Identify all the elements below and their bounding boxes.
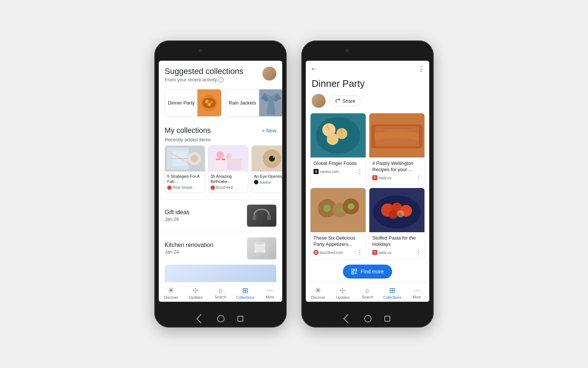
svg-point-56 [323,205,331,212]
share-button[interactable]: Share [329,95,361,106]
nav-updates-2[interactable]: ⊹ Updates [330,284,355,301]
find-more-container: Find more [306,259,429,282]
grid-card-3[interactable]: Stuffed Pasta for the Holidays T tasty.c… [369,188,425,259]
screen1-title-block: Suggested collections From your recent a… [165,67,243,82]
grid-more-0[interactable]: ⋮ [357,168,363,175]
grid-more-1[interactable]: ⋮ [416,174,422,181]
grid-source-name-2: buzzfeed.com [320,251,355,255]
grid-source-icon-3: T [372,250,377,255]
partial-item [165,265,276,282]
svg-rect-67 [355,269,357,271]
recent-source-0: Real Simple [167,185,202,190]
dinner-avatar[interactable] [312,94,326,108]
suggested-card-dinner[interactable]: Dinner Party [165,89,222,117]
menu-button[interactable]: ⋮ [418,65,425,73]
nav-discover-1[interactable]: ✳ Discover [159,284,183,301]
birthday-svg [208,146,248,171]
collections-label-2: Collections [383,296,401,300]
screen1-scroll[interactable]: Suggested collections From your recent a… [159,61,282,282]
phone1-home-btn[interactable] [217,315,225,322]
phone-top-bar-2 [345,47,390,52]
phone1-back-btn[interactable] [196,314,205,323]
recent-img-2 [252,146,282,171]
grid-card-1[interactable]: 4 Pastry Wellington Recipes for your ...… [369,113,425,185]
my-collections-title: My collections [165,126,211,135]
grid-title-2: These Six Delicious Party Appetizers... [313,235,363,248]
updates-label-2: Updates [336,296,349,300]
stuffed-pasta-svg [369,188,424,232]
collections-icon-1: ⊞ [242,286,248,295]
phone-screen-2: ← ⋮ Dinner Party Share [306,61,429,302]
recent-source-2: Saveur [254,180,282,184]
nav-search-2[interactable]: ⌕ Search [355,284,380,301]
search-icon-1: ⌕ [218,286,223,294]
screen1-header: Suggested collections From your recent a… [159,61,282,85]
nav-updates-1[interactable]: ⊹ Updates [183,284,208,301]
nav-search-1[interactable]: ⌕ Search [208,284,233,301]
updates-icon-1: ⊹ [193,286,199,295]
suggested-scroll[interactable]: Dinner Party Rain Jackets [159,85,282,120]
phone2-back-btn[interactable] [343,314,352,323]
nav-more-2[interactable]: ··· More [405,284,429,301]
phone2-bottom-bar [345,315,390,322]
collection-item-kitchen[interactable]: Kitchen renovation Jan 24 [159,232,282,265]
grid-more-2[interactable]: ⋮ [357,249,363,256]
suggested-card-jackets[interactable]: Rain Jackets [225,89,282,117]
svg-point-33 [273,156,274,158]
kitchen-date: Jan 24 [165,249,214,255]
svg-rect-66 [352,269,354,271]
nav-more-1[interactable]: ··· More [258,284,282,301]
dinner-user-row: Share [306,94,429,113]
svg-point-4 [210,101,213,104]
headphones-svg [251,208,273,224]
grid-card-2[interactable]: These Six Delicious Party Appetizers... … [310,188,366,259]
recent-items-row[interactable]: 5 Strategies For A Fab... Real Simple [159,145,282,199]
user-avatar[interactable] [262,67,276,81]
source-dot-0 [167,185,172,190]
grid-card-0[interactable]: Global Finger Foods S saveur.com ⋮ [310,113,366,185]
svg-point-3 [205,100,209,103]
nav-collections-1[interactable]: ⊞ Collections [233,284,258,301]
recent-info-2: An Eye Opening Saveur [252,171,282,187]
svg-point-64 [389,210,398,219]
dinner-avatar-image [312,94,326,108]
grid-more-3[interactable]: ⋮ [416,249,422,256]
svg-rect-27 [216,159,220,160]
nav-discover-2[interactable]: ✳ Discover [306,284,330,301]
svg-point-58 [348,203,354,210]
avatar-image [262,67,276,81]
share-label: Share [343,98,355,104]
recent-card-1[interactable]: 35 Amazing Birthcake... BuzzFeed [208,145,248,193]
grid-source-name-0: saveur.com [320,170,355,174]
gift-info: Gift ideas Jan 26 [165,209,190,222]
sug-card-label-jackets: Rain Jackets [226,97,259,109]
recent-card-2[interactable]: An Eye Opening Saveur [251,145,282,193]
gift-thumbnail [247,205,276,227]
share-icon [335,98,341,104]
info-icon[interactable]: i [218,77,223,82]
recent-card-0[interactable]: 5 Strategies For A Fab... Real Simple [165,145,205,193]
phone1-bottom-nav: ✳ Discover ⊹ Updates ⌕ Search ⊞ Collecti… [159,282,282,302]
phone1-square-btn[interactable] [237,316,243,322]
new-collection-button[interactable]: + New [262,128,276,134]
collection-item-gift[interactable]: Gift ideas Jan 26 [159,199,282,232]
phone2-bottom-nav: ✳ Discover ⊹ Updates ⌕ Search ⊞ Collecti… [306,282,429,302]
kitchen-info: Kitchen renovation Jan 24 [165,242,214,255]
nav-collections-2[interactable]: ⊞ Collections [380,284,405,301]
recent-img-0 [165,146,205,171]
my-collections-header: My collections + New [159,120,282,136]
more-label-2: More [413,295,421,299]
svg-rect-68 [352,272,354,274]
grid-source-icon-0: S [313,169,319,174]
grid-info-3: Stuffed Pasta for the Holidays T tasty.c… [369,232,424,259]
finger-foods-svg [311,113,366,158]
phone2-home-btn[interactable] [364,315,372,322]
find-more-icon [351,268,358,275]
more-icon-1: ··· [267,286,273,294]
phone2-square-btn[interactable] [384,316,390,322]
grid-img-3 [369,188,424,232]
find-more-button[interactable]: Find more [343,265,392,279]
screen2-scroll[interactable]: ← ⋮ Dinner Party Share [306,61,429,282]
back-arrow-button[interactable]: ← [310,64,318,73]
svg-point-24 [216,151,224,159]
